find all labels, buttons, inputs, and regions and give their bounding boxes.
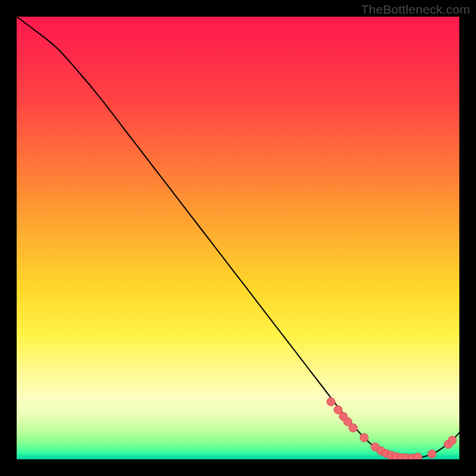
curve-marker — [414, 453, 422, 459]
watermark-text: TheBottleneck.com — [361, 2, 470, 17]
chart-frame: TheBottleneck.com — [0, 0, 476, 476]
curve-marker — [349, 424, 357, 432]
curve-svg — [17, 17, 459, 459]
curve-marker — [428, 450, 436, 458]
plot-area — [17, 17, 459, 459]
curve-marker — [327, 397, 335, 406]
curve-marker — [448, 436, 456, 444]
marker-group — [327, 397, 456, 459]
curve-marker — [360, 434, 368, 442]
bottleneck-curve-path — [17, 17, 459, 458]
